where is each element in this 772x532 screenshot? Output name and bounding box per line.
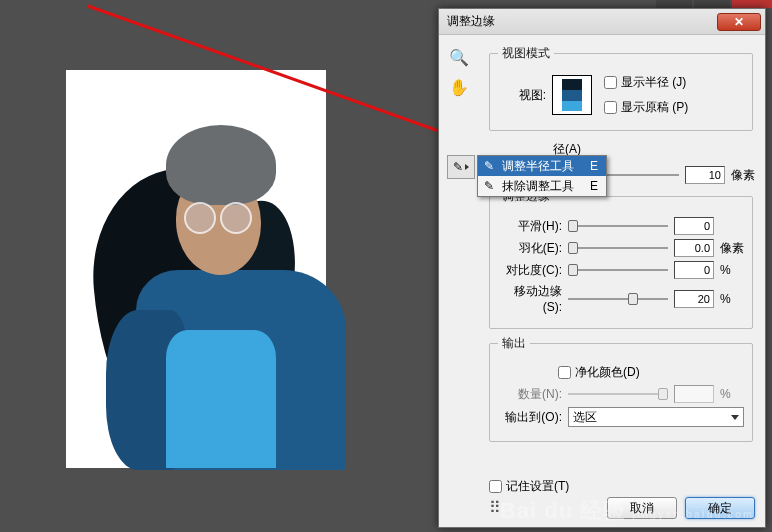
show-radius-checkbox[interactable]: 显示半径 (J) (604, 74, 744, 91)
amount-slider (568, 386, 668, 402)
close-button[interactable]: ✕ (717, 13, 761, 31)
prefs-icon[interactable]: ⠿ (489, 498, 498, 517)
smooth-input[interactable]: 0 (674, 217, 714, 235)
erase-refinements-tool-item[interactable]: ✎ 抹除调整工具 E (478, 176, 606, 196)
amount-input (674, 385, 714, 403)
show-original-checkbox[interactable]: 显示原稿 (P) (604, 99, 744, 116)
brush-icon: ✎ (453, 160, 463, 174)
shift-edge-input[interactable]: 20 (674, 290, 714, 308)
output-to-label: 输出到(O): (498, 409, 562, 426)
output-legend: 输出 (498, 335, 530, 352)
zoom-tool-icon[interactable]: 🔍 (447, 45, 471, 69)
view-mode-legend: 视图模式 (498, 45, 554, 62)
adjust-edge-group: 调整边缘 平滑(H): 0 羽化(E): 0.0 像素 对比度(C): 0 % … (489, 188, 753, 329)
remember-settings-checkbox[interactable]: 记住设置(T) (489, 478, 569, 495)
brush-minus-icon: ✎ (482, 179, 496, 193)
radius-input[interactable]: 10 (685, 166, 725, 184)
brush-tool-popup: ✎ 调整半径工具 E ✎ 抹除调整工具 E (477, 155, 607, 197)
refine-edge-dialog: 调整边缘 ✕ 🔍 ✋ ✎ 视图模式 视图: 显示半径 (J) 显示原稿 (438, 8, 766, 528)
hand-tool-icon[interactable]: ✋ (447, 75, 471, 99)
contrast-label: 对比度(C): (498, 262, 562, 279)
dialog-titlebar[interactable]: 调整边缘 ✕ (439, 9, 765, 35)
refine-radius-tool-item[interactable]: ✎ 调整半径工具 E (478, 156, 606, 176)
decontaminate-checkbox[interactable]: 净化颜色(D) (558, 364, 640, 381)
chevron-down-icon (731, 415, 739, 420)
view-label: 视图: (498, 87, 546, 104)
refine-brush-tool-button[interactable]: ✎ (447, 155, 475, 179)
dialog-title: 调整边缘 (447, 13, 717, 30)
view-mode-group: 视图模式 视图: 显示半径 (J) 显示原稿 (P) (489, 45, 753, 131)
contrast-slider[interactable] (568, 262, 668, 278)
amount-label: 数量(N): (498, 386, 562, 403)
feather-label: 羽化(E): (498, 240, 562, 257)
output-group: 输出 净化颜色(D) 数量(N): % 输出到(O): 选区 (489, 335, 753, 442)
shift-edge-slider[interactable] (568, 291, 668, 307)
view-thumbnail[interactable] (552, 75, 592, 115)
smooth-label: 平滑(H): (498, 218, 562, 235)
smooth-slider[interactable] (568, 218, 668, 234)
brush-plus-icon: ✎ (482, 159, 496, 173)
shift-edge-label: 移动边缘(S): (498, 283, 562, 314)
contrast-input[interactable]: 0 (674, 261, 714, 279)
watermark: Bai du 经验 jingyan.baidu.com (500, 496, 754, 526)
feather-slider[interactable] (568, 240, 668, 256)
output-to-select[interactable]: 选区 (568, 407, 744, 427)
feather-input[interactable]: 0.0 (674, 239, 714, 257)
canvas-preview (66, 70, 326, 468)
